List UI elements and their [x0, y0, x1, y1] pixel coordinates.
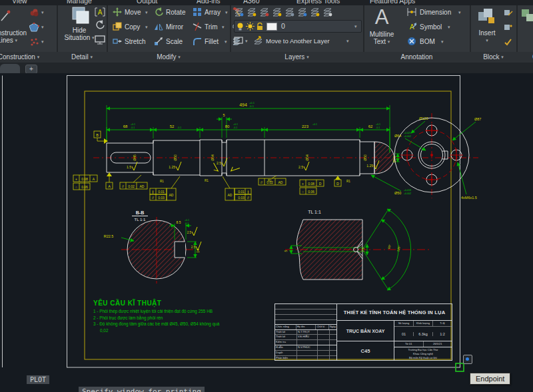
trim-icon[interactable]	[193, 22, 202, 31]
signature-row: H.dẫn N.V.PHÚC	[275, 345, 336, 351]
array-button[interactable]: Array	[205, 9, 221, 16]
col-sign: Chữ kí	[316, 325, 328, 329]
group-icon[interactable]	[521, 8, 533, 25]
panel-modify[interactable]: Modify ▾	[107, 53, 230, 62]
bom-button[interactable]: BOM	[420, 38, 435, 45]
tab-a360[interactable]: A360	[243, 0, 260, 5]
caret[interactable]: ▾	[41, 39, 44, 45]
plot-command-badge: PLOT	[27, 375, 49, 384]
technical-notes: YÊU CẦU KĨ THUẬT 1 - Phôi thép được nhiệ…	[93, 299, 276, 333]
layer-color-swatch[interactable]	[266, 23, 277, 31]
scale-button[interactable]: Scale	[166, 38, 183, 45]
caret[interactable]: ▾	[346, 39, 349, 44]
caret[interactable]: ▾	[441, 39, 444, 45]
symbol-icon[interactable]: A	[406, 22, 417, 31]
caret[interactable]: ▾	[41, 25, 44, 30]
caret[interactable]: ▾	[225, 10, 228, 15]
scale-icon[interactable]	[154, 37, 163, 46]
caret[interactable]: ▾	[145, 25, 148, 30]
viewport-layer-icon[interactable]	[234, 36, 244, 45]
insert-button[interactable]: Insert▾	[470, 29, 504, 44]
caret[interactable]: ▾	[41, 10, 44, 15]
multiline-text-button[interactable]: Multiline Text ▾	[360, 31, 404, 45]
scale-value: 1:2	[433, 332, 452, 336]
multiline-text-icon[interactable]: A	[370, 5, 393, 29]
mirror-icon[interactable]	[154, 22, 163, 31]
signature-row: Phản biện	[275, 356, 336, 360]
signature-row: Thiết kế N.T.TRỌT	[275, 330, 336, 335]
sheet-number: Tờ 01	[394, 341, 424, 347]
caret[interactable]: ▾	[145, 10, 148, 15]
sheet-date: 26/5/21	[424, 341, 452, 347]
wipeout-polygon-icon[interactable]	[29, 23, 39, 32]
ribbon-tab-bar: View Manage Output Add-ins A360 Express …	[0, 0, 533, 5]
caret[interactable]: ▾	[458, 10, 461, 15]
write-block-icon[interactable]	[504, 23, 513, 31]
block-edit-icon[interactable]	[504, 37, 513, 46]
move-to-layer-icon[interactable]	[253, 36, 264, 45]
new-tab-button[interactable]: +	[25, 65, 37, 74]
layer-on-bulb-icon[interactable]	[236, 22, 245, 31]
tab-express-tools[interactable]: Express Tools	[296, 0, 340, 5]
panel-layers[interactable]: Layers ▾	[231, 53, 363, 62]
mirror-button[interactable]: Mirror	[166, 23, 183, 31]
title-block: Chức năng Họ tên Chữ kí Ngày Thiết kế N.…	[274, 303, 452, 361]
move-icon[interactable]	[113, 7, 122, 17]
tab-output[interactable]: Output	[137, 0, 158, 5]
note-line: 0,02	[93, 327, 276, 334]
stretch-button[interactable]: Stretch	[125, 38, 146, 45]
array-icon[interactable]	[193, 7, 202, 17]
panel-annotation[interactable]: Annotation	[364, 53, 470, 62]
hide-situation-icon[interactable]	[71, 5, 91, 25]
layer-tool-icons[interactable]	[234, 7, 332, 17]
fillet-button[interactable]: Fillet	[205, 38, 219, 45]
update-views-icon[interactable]	[95, 20, 105, 31]
drawing-canvas[interactable]	[0, 73, 533, 392]
caret[interactable]: ▾	[225, 39, 227, 45]
rotate-button[interactable]: Rotate	[166, 9, 185, 16]
tab-featured-apps[interactable]: Featured Apps	[370, 0, 415, 5]
panel-block[interactable]: Block ▾	[470, 53, 516, 62]
drawing-file-tab[interactable]	[0, 64, 20, 73]
trim-button[interactable]: Trim	[205, 23, 218, 31]
revision-cloud-icon[interactable]	[29, 8, 39, 17]
hide-situation-button[interactable]: Hide Situation ▾	[59, 27, 100, 41]
tab-manage[interactable]: Manage	[67, 0, 92, 5]
insert-block-icon[interactable]	[477, 7, 497, 27]
point-spray-icon[interactable]	[29, 37, 39, 47]
symbol-button[interactable]: Symbol	[420, 23, 442, 31]
monitor-icon[interactable]	[95, 35, 105, 45]
panel-detail[interactable]: Detail ▾	[57, 53, 107, 62]
rotate-icon[interactable]	[154, 7, 163, 17]
move-to-another-layer-button[interactable]: Move to Another Layer	[266, 37, 330, 45]
layer-dropdown[interactable]: 0 ▾	[234, 20, 362, 33]
fillet-icon[interactable]	[193, 37, 202, 46]
panel-construction[interactable]: Construction ▾	[0, 53, 57, 62]
tab-add-ins[interactable]: Add-ins	[197, 0, 221, 5]
stretch-icon[interactable]	[113, 37, 122, 46]
organization: Trường Đại học Cần Thơ Khoa Công nghệ Bộ…	[394, 347, 452, 360]
create-block-icon[interactable]	[504, 8, 513, 17]
caret[interactable]: ▾	[448, 25, 450, 30]
svg-text:A: A	[98, 9, 103, 16]
scale-label: Tỉ lệ	[433, 321, 452, 326]
layer-lock-icon[interactable]	[256, 22, 265, 31]
copy-icon[interactable]	[113, 22, 122, 31]
copy-button[interactable]: Copy	[125, 23, 140, 31]
osnap-endpoint-icon	[463, 355, 472, 364]
move-button[interactable]: Move	[125, 9, 141, 16]
layer-dropdown-caret[interactable]: ▾	[354, 24, 357, 29]
construction-line-icon[interactable]	[0, 9, 12, 23]
caret[interactable]: ▾	[245, 39, 248, 44]
detail-text-icon[interactable]: A	[95, 7, 105, 17]
dimension-icon[interactable]	[406, 7, 417, 17]
caret[interactable]: ▾	[222, 25, 225, 30]
command-prompt-text[interactable]: Specify window for printing	[79, 387, 205, 392]
layer-freeze-sun-icon[interactable]	[246, 22, 255, 31]
bom-icon[interactable]	[406, 37, 417, 46]
construction-lines-button[interactable]: Construction Lines ▾	[0, 29, 25, 44]
panel-group[interactable]: Group	[518, 53, 533, 62]
tab-view[interactable]: View	[12, 0, 27, 5]
dimension-button[interactable]: Dimension	[420, 9, 451, 16]
notes-title: YÊU CẦU KĨ THUẬT	[93, 299, 276, 307]
